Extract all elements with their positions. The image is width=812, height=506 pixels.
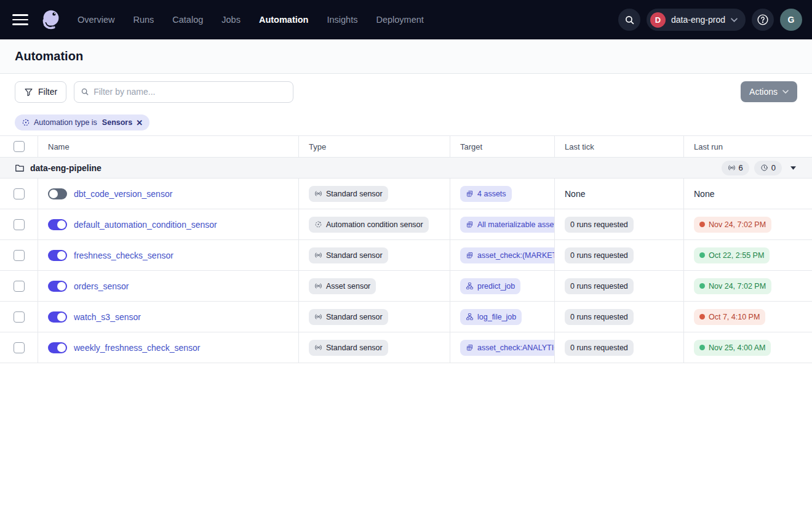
nav-overview[interactable]: Overview (78, 15, 114, 25)
column-header-last-run: Last run (684, 136, 812, 157)
asset-icon (466, 251, 474, 259)
nav-deployment[interactable]: Deployment (376, 15, 423, 25)
column-header-type: Type (299, 136, 450, 157)
automation-icon (22, 118, 30, 127)
toolbar: Filter Actions (0, 74, 812, 110)
filter-chip-automation-type[interactable]: Automation type is Sensors ✕ (15, 114, 149, 131)
sensor-toggle[interactable] (48, 281, 67, 292)
sensor-name-link[interactable]: weekly_freshness_check_sensor (74, 343, 200, 353)
filter-button[interactable]: Filter (15, 81, 66, 103)
sensor-toggle[interactable] (48, 342, 67, 353)
column-header-last-tick: Last tick (555, 136, 684, 157)
column-header-name: Name (38, 136, 299, 157)
job-icon (466, 282, 474, 290)
sensor-name-link[interactable]: watch_s3_sensor (74, 312, 141, 322)
last-run-status[interactable]: Nov 24, 7:02 PM (694, 278, 771, 294)
sensor-toggle[interactable] (48, 188, 67, 199)
select-row-checkbox[interactable] (14, 311, 25, 323)
select-row-checkbox[interactable] (14, 250, 25, 261)
type-tag: Automation condition sensor (309, 217, 429, 233)
actions-button-label: Actions (749, 87, 778, 97)
type-tag: Standard sensor (309, 186, 388, 202)
schedule-count: 0 (771, 163, 776, 172)
workspace-badge: D (650, 12, 666, 28)
folder-icon (15, 163, 25, 173)
sensor-name-link[interactable]: dbt_code_version_sensor (74, 189, 172, 199)
asset-icon (466, 220, 474, 228)
table-row: freshness_checks_sensor Standard sensor … (0, 240, 812, 271)
select-all-checkbox[interactable] (14, 141, 25, 152)
nav-catalog[interactable]: Catalog (172, 15, 203, 25)
filter-chip-value: Sensors (102, 118, 132, 127)
sensor-icon (728, 164, 736, 172)
asset-icon (466, 343, 474, 351)
last-run-status[interactable]: Nov 24, 7:02 PM (694, 217, 771, 233)
last-tick-tag: 0 runs requested (565, 309, 634, 325)
select-row-checkbox[interactable] (14, 219, 25, 230)
target-tag[interactable]: asset_check:ANALYTICS (460, 340, 555, 356)
search-icon (624, 15, 635, 25)
status-dot (699, 252, 705, 258)
automation-condition-icon (314, 220, 322, 228)
type-tag: Standard sensor (309, 340, 388, 356)
sensor-count-badge: 6 (722, 161, 749, 175)
nav-runs[interactable]: Runs (133, 15, 154, 25)
caret-down-icon (790, 166, 796, 170)
sensor-toggle[interactable] (48, 219, 67, 230)
workspace-switcher[interactable]: D data-eng-prod (647, 9, 746, 31)
table-row: orders_sensor Asset sensor predict_job 0… (0, 271, 812, 302)
last-run-status[interactable]: Oct 7, 4:10 PM (694, 309, 765, 325)
select-row-checkbox[interactable] (14, 342, 25, 353)
dagster-logo[interactable] (37, 6, 64, 33)
chevron-down-icon (731, 18, 738, 22)
workspace-name: data-eng-prod (671, 15, 725, 25)
nav-insights[interactable]: Insights (327, 15, 357, 25)
sensor-count: 6 (739, 163, 743, 172)
collapse-group-button[interactable] (787, 165, 800, 171)
active-filters-row: Automation type is Sensors ✕ (0, 110, 812, 135)
last-tick-tag: 0 runs requested (565, 217, 634, 233)
target-tag[interactable]: asset_check:(MARKET (460, 247, 555, 263)
select-row-checkbox[interactable] (14, 188, 25, 199)
help-icon (756, 13, 770, 26)
funnel-icon (24, 87, 33, 97)
sensor-name-link[interactable]: freshness_checks_sensor (74, 251, 173, 260)
target-tag[interactable]: log_file_job (460, 309, 522, 325)
nav-jobs[interactable]: Jobs (221, 15, 241, 25)
nav-automation[interactable]: Automation (259, 15, 309, 25)
actions-button[interactable]: Actions (741, 81, 797, 102)
group-row-data-eng-pipeline[interactable]: data-eng-pipeline 6 0 (0, 158, 812, 179)
sensor-name-link[interactable]: orders_sensor (74, 281, 129, 291)
last-run-status[interactable]: Nov 25, 4:00 AM (694, 340, 771, 356)
last-tick-tag: 0 runs requested (565, 247, 634, 263)
main-nav: Overview Runs Catalog Jobs Automation In… (78, 15, 424, 25)
filter-button-label: Filter (38, 87, 57, 97)
asset-icon (466, 190, 474, 198)
table-row: default_automation_condition_sensor Auto… (0, 209, 812, 240)
type-tag: Asset sensor (309, 278, 376, 294)
column-header-target: Target (450, 136, 555, 157)
sensor-toggle[interactable] (48, 250, 67, 261)
target-tag[interactable]: predict_job (460, 278, 520, 294)
sensor-toggle[interactable] (48, 311, 67, 323)
name-filter-input[interactable] (94, 87, 287, 97)
sensor-name-link[interactable]: default_automation_condition_sensor (74, 220, 217, 230)
target-tag[interactable]: 4 assets (460, 186, 512, 202)
table-row: dbt_code_version_sensor Standard sensor … (0, 179, 812, 209)
filter-chip-label: Automation type is (34, 118, 97, 127)
type-tag: Standard sensor (309, 309, 388, 325)
last-run-status[interactable]: Oct 22, 2:55 PM (694, 247, 770, 263)
close-icon[interactable]: ✕ (136, 119, 143, 127)
group-name: data-eng-pipeline (30, 163, 102, 173)
select-row-checkbox[interactable] (14, 281, 25, 292)
table-header: Name Type Target Last tick Last run (0, 136, 812, 158)
target-tag[interactable]: All materializable assets (460, 217, 555, 233)
last-tick-tag: 0 runs requested (565, 340, 634, 356)
search-button[interactable] (618, 9, 640, 31)
clock-icon (760, 164, 768, 172)
table-row: watch_s3_sensor Standard sensor log_file… (0, 302, 812, 332)
help-button[interactable] (752, 9, 774, 31)
menu-button[interactable] (12, 14, 28, 25)
user-avatar[interactable]: G (780, 9, 802, 31)
chevron-down-icon (782, 90, 789, 94)
